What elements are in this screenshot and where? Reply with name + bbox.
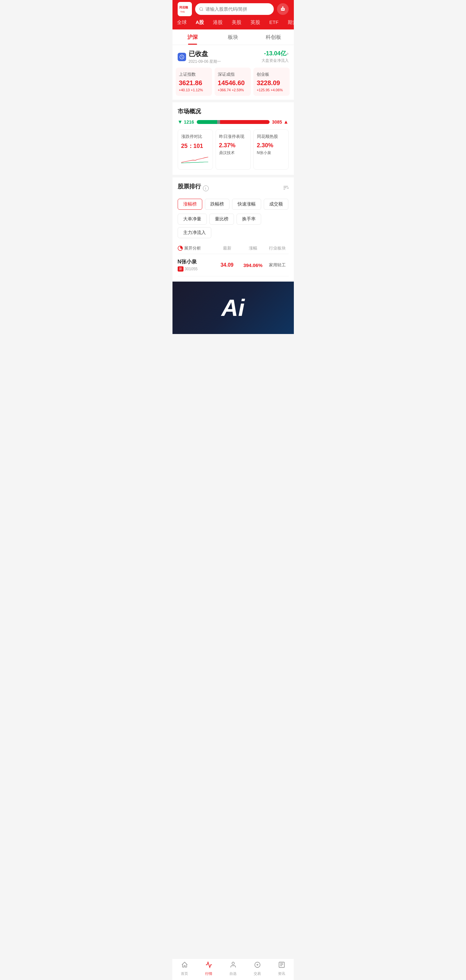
svg-rect-4	[281, 8, 285, 11]
logo[interactable]: 同花顺 THS	[178, 2, 192, 16]
search-input[interactable]	[205, 6, 270, 12]
card-value-yesterday: 2.37%	[219, 142, 247, 149]
stock-info: N张小泉 新 301055	[178, 259, 214, 272]
nav-tab-futures[interactable]: 期货	[286, 18, 294, 27]
section-divider-2	[172, 175, 294, 177]
index-card-shenzhen[interactable]: 深证成指 14546.60 +366.74 +2.59%	[215, 68, 251, 96]
card-title-hot: 同花顺热股	[257, 134, 285, 140]
avatar[interactable]	[277, 3, 289, 15]
header: 同花顺 THS	[172, 0, 294, 18]
filter-btn-turnover[interactable]: 换手率	[237, 213, 261, 224]
closed-status-icon	[178, 53, 186, 61]
svg-text:THS: THS	[180, 11, 185, 13]
market-down-count: ▼ 1216	[178, 119, 194, 125]
filter-row-2: 大单净量 量比榜 换手率 主力净流入	[178, 213, 289, 238]
filter-btn-bigorder[interactable]: 大单净量	[178, 213, 207, 224]
index-change-shanghai: +40.13 +1.12%	[179, 88, 209, 92]
index-change-chinext: +125.95 +4.06%	[257, 88, 286, 92]
filter-btn-volume[interactable]: 成交额	[264, 199, 288, 210]
ranking-header: 股票排行 i	[178, 183, 289, 194]
index-name-chinext: 创业板	[257, 72, 286, 77]
stock-industry: 家用轻工	[266, 262, 289, 268]
flow-label: 大盘资金净流入	[261, 58, 289, 64]
ai-section: Ai	[172, 282, 294, 334]
svg-rect-5	[282, 9, 283, 10]
col-header-analysis[interactable]: 展开分析	[178, 245, 214, 251]
card-value-limit: 25：101	[181, 142, 209, 150]
svg-text:同花顺: 同花顺	[179, 6, 188, 9]
robot-icon	[280, 6, 286, 12]
market-up-count: 3085 ▲	[272, 119, 289, 125]
card-title-limit: 涨跌停对比	[181, 134, 209, 140]
svg-point-9	[282, 6, 283, 7]
market-cards: 涨跌停对比 25：101 昨日涨停表现 2.37% 鼎汉技术 同花顺热股 2.3…	[178, 129, 289, 170]
index-cards: 上证指数 3621.86 +40.13 +1.12% 深证成指 14546.60…	[172, 68, 294, 100]
bar-green	[197, 120, 217, 124]
ranking-title-row: 股票排行 i	[178, 183, 209, 194]
nav-tab-us[interactable]: 美股	[230, 18, 243, 27]
search-icon	[199, 7, 204, 11]
col-header-latest: 最新	[214, 245, 240, 251]
pie-chart-icon	[178, 246, 183, 251]
filter-row-1: 涨幅榜 跌幅榜 快速涨幅 成交额	[178, 199, 289, 210]
index-name-shanghai: 上证指数	[179, 72, 209, 77]
nav-tab-hk[interactable]: 港股	[211, 18, 224, 27]
sub-tab-shenzhen[interactable]: 沪深	[172, 29, 213, 45]
stock-name: N张小泉	[178, 259, 214, 266]
market-overview-title: 市场概况	[178, 107, 289, 115]
nav-tab-etf[interactable]: ETF	[267, 18, 280, 27]
ranking-title: 股票排行	[178, 183, 201, 190]
search-bar[interactable]	[195, 3, 274, 15]
market-bar-row: ▼ 1216 3085 ▲	[178, 119, 289, 125]
new-badge: 新	[178, 266, 183, 272]
filter-btn-rise[interactable]: 涨幅榜	[178, 199, 202, 210]
index-change-shenzhen: +366.74 +2.59%	[218, 88, 248, 92]
index-card-shanghai[interactable]: 上证指数 3621.86 +40.13 +1.12%	[176, 68, 212, 96]
svg-point-3	[199, 8, 202, 10]
market-card-limit[interactable]: 涨跌停对比 25：101	[178, 129, 213, 170]
mini-chart-limit	[181, 153, 209, 165]
market-status: 已收盘 2021-09-06 星期一 -13.04亿 › 大盘资金净流入	[172, 45, 294, 68]
table-row[interactable]: N张小泉 新 301055 34.09 394.06% 家用轻工	[178, 254, 289, 277]
index-card-chinext[interactable]: 创业板 3228.09 +125.95 +4.06%	[253, 68, 289, 96]
up-arrow-icon: ▲	[283, 119, 289, 125]
stock-latest: 34.09	[214, 262, 240, 268]
nav-tab-ashare[interactable]: A股	[194, 18, 206, 27]
card-sub-yesterday: 鼎汉技术	[219, 150, 247, 156]
nav-tab-uk[interactable]: 英股	[248, 18, 262, 27]
market-overview-section: 市场概况 ▼ 1216 3085 ▲ 涨跌停对比 25：101	[172, 102, 294, 175]
stock-code: 301055	[185, 267, 198, 271]
column-headers: 展开分析 最新 涨幅 行业板块	[178, 242, 289, 254]
nav-tabs: 全球 A股 港股 美股 英股 ETF 期货 其他	[172, 18, 294, 29]
filter-btn-mainflow[interactable]: 主力净流入	[178, 227, 212, 238]
bar-gray	[217, 120, 220, 124]
market-card-yesterday[interactable]: 昨日涨停表现 2.37% 鼎汉技术	[216, 129, 251, 170]
filter-btn-fast-rise[interactable]: 快速涨幅	[232, 199, 261, 210]
market-closed-title: 已收盘	[189, 49, 221, 58]
info-icon[interactable]: i	[203, 185, 209, 191]
index-value-shanghai: 3621.86	[179, 79, 209, 87]
down-arrow-icon: ▼	[178, 119, 183, 125]
sub-tab-star[interactable]: 科创板	[253, 29, 294, 45]
index-value-chinext: 3228.09	[257, 79, 286, 87]
bar-red	[220, 120, 270, 124]
index-name-shenzhen: 深证成指	[218, 72, 248, 77]
sub-tabs: 沪深 板块 科创板	[172, 29, 294, 45]
stock-ranking-section: 股票排行 i 涨幅榜 跌幅榜 快速涨幅 成交额 大单净量 量比榜 换手率 主力净…	[172, 177, 294, 282]
col-header-change: 涨幅	[240, 245, 266, 251]
market-card-hot[interactable]: 同花顺热股 2.30% N张小泉	[253, 129, 289, 170]
market-date: 2021-09-06 星期一	[189, 59, 221, 64]
filter-btn-fall[interactable]: 跌幅榜	[205, 199, 229, 210]
col-header-industry: 行业板块	[266, 245, 289, 251]
flow-amount: -13.04亿 ›	[261, 49, 289, 57]
nav-tab-global[interactable]: 全球	[175, 18, 189, 27]
stock-change: 394.06%	[240, 262, 266, 268]
market-flow[interactable]: -13.04亿 › 大盘资金净流入	[261, 49, 289, 64]
ai-text: Ai	[179, 294, 287, 321]
filter-btn-volratio[interactable]: 量比榜	[209, 213, 234, 224]
market-closed-info: 已收盘 2021-09-06 星期一	[178, 49, 221, 64]
index-value-shenzhen: 14546.60	[218, 79, 248, 87]
ranking-sort-icon[interactable]	[283, 185, 289, 192]
card-title-yesterday: 昨日涨停表现	[219, 134, 247, 140]
sub-tab-sector[interactable]: 板块	[213, 29, 253, 45]
